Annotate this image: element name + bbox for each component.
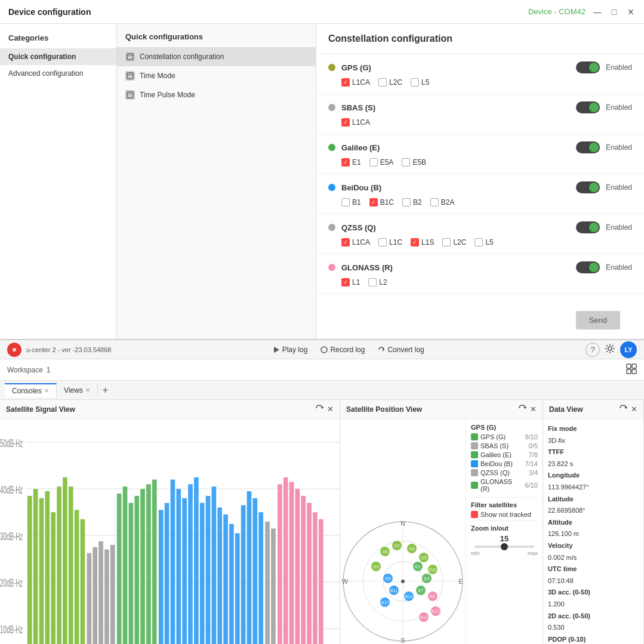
svg-rect-48 [152,480,157,644]
close-button[interactable]: ✕ [626,7,636,17]
svg-rect-34 [69,486,73,644]
zoom-section: Zoom in/out 15 min max [471,520,538,556]
sidebar-item-advanced-config[interactable]: Advanced configuration [0,65,116,82]
galileo-e5a-checkbox[interactable] [369,158,378,167]
qzss-l1s-checkbox[interactable] [411,238,419,246]
tab-views[interactable]: Views ✕ [57,384,98,397]
svg-rect-40 [104,550,109,644]
svg-rect-64 [247,491,252,644]
galileo-e1: E1 [341,158,361,167]
svg-rect-35 [75,510,79,644]
minimize-button[interactable]: — [593,7,602,17]
qzss-l5-checkbox[interactable] [474,238,483,246]
beidou-b2a-checkbox[interactable] [430,198,439,207]
send-button[interactable]: Send [576,311,620,329]
constellation-qzss: QZSS (Q) Enabled L1CA L1C [316,214,644,254]
gps-toggle[interactable] [576,61,600,73]
galileo-toggle[interactable] [576,141,600,153]
gnss-glonass-check[interactable] [471,482,478,489]
tab-consoles-close[interactable]: ✕ [44,387,49,394]
sbas-l1ca-checkbox[interactable] [341,118,350,127]
position-view-header: Satellite Position View ✕ [340,400,543,419]
gnss-beidou-check[interactable] [471,460,478,467]
svg-text:S: S [400,637,405,644]
beidou-b2-checkbox[interactable] [402,198,411,207]
data-view-panel: Data View ✕ Fix mode 3D-fix TTFF 23.822 … [543,400,644,644]
gnss-gps-check[interactable] [471,433,478,440]
data-close-button[interactable]: ✕ [631,405,637,414]
gnss-galileo-check[interactable] [471,451,478,458]
maximize-button[interactable]: □ [609,7,619,17]
tab-consoles[interactable]: Consoles ✕ [5,383,57,398]
filter-show-not-tracked-check[interactable] [471,511,478,518]
qzss-dot [328,224,335,231]
data-vel-label: Velocity [548,541,639,551]
svg-rect-33 [63,477,67,644]
convert-log-button[interactable]: Convert log [373,344,429,356]
data-refresh-button[interactable] [619,404,627,414]
sbas-toggle[interactable] [576,101,600,113]
config-item-time-pulse[interactable]: Time Pulse Mode [117,85,316,104]
signal-refresh-button[interactable] [315,404,323,414]
workspace-icon-button[interactable] [626,363,637,376]
glonass-l2-checkbox[interactable] [368,278,377,286]
gps-l2c-checkbox[interactable] [378,78,387,87]
tab-add-button[interactable]: + [98,383,113,398]
zoom-bar[interactable] [474,546,534,548]
qzss-l2c-checkbox[interactable] [442,238,451,246]
galileo-dot [328,144,335,151]
qzss-toggle[interactable] [576,221,600,233]
svg-rect-2 [127,73,133,79]
help-button[interactable]: ? [586,343,600,357]
beidou-b1-checkbox[interactable] [341,198,350,207]
position-content: N S W E G5 G7 G8 G9 G10 G3 E1 [340,419,543,644]
data-lon-value: 113.9964427° [548,482,639,493]
workspace-num: 1 [47,366,51,374]
sidebar-item-quick-config[interactable]: Quick configuration [0,48,116,65]
glonass-l1-checkbox[interactable] [341,278,350,286]
position-close-button[interactable]: ✕ [530,405,537,414]
qzss-enabled-label: Enabled [606,223,632,232]
svg-rect-62 [235,533,240,644]
gps-name: GPS (G) [341,63,570,72]
position-refresh-button[interactable] [518,404,526,414]
play-log-button[interactable]: Play log [268,344,313,356]
svg-text:E1: E1 [415,565,421,569]
avatar-button[interactable]: LY [620,341,637,358]
data-alt-value: 126.100 m [548,529,639,540]
gps-l5-checkbox[interactable] [411,78,419,87]
title-bar-controls: Device - COM42 — □ ✕ [528,7,636,17]
svg-rect-60 [223,514,228,644]
gps-l5: L5 [411,78,429,87]
gps-l1ca-checkbox[interactable] [341,78,350,87]
svg-text:20dB-Hz: 20dB-Hz [0,577,23,589]
beidou-b1c-checkbox[interactable] [369,198,378,207]
config-item-time-mode[interactable]: Time Mode [117,66,316,85]
constellation-config-panel: Constellation configuration GPS (G) Enab… [316,24,644,339]
gnss-qzss-check[interactable] [471,469,478,476]
signal-view-panel: Satellite Signal View ✕ [0,400,340,644]
gnss-constellation-section: GPS (G) GPS (G) 9/10 SBAS (S) 0/5 [471,424,538,492]
galileo-e5b-checkbox[interactable] [402,158,410,167]
gnss-galileo-item: Galileo (E) 7/8 [471,451,538,458]
tab-views-close[interactable]: ✕ [85,387,90,393]
qzss-l1c-checkbox[interactable] [378,238,387,246]
galileo-e1-checkbox[interactable] [341,158,350,167]
signal-view-title: Satellite Signal View [6,405,75,414]
svg-rect-59 [217,507,222,644]
gnss-constellation-title: GPS (G) [471,424,538,431]
settings-button[interactable] [605,343,615,356]
zoom-thumb[interactable] [501,543,508,550]
qzss-l1ca-checkbox[interactable] [341,238,350,246]
gnss-sbas-check[interactable] [471,442,478,449]
signal-view-header: Satellite Signal View ✕ [0,400,340,419]
glonass-toggle[interactable] [576,261,600,273]
config-item-constellation[interactable]: Constellation configuration [117,47,316,66]
signal-chart-area: 50dB-Hz 40dB-Hz 30dB-Hz 20dB-Hz 10dB-Hz … [0,419,340,644]
svg-rect-38 [93,547,97,644]
signal-close-button[interactable]: ✕ [327,405,334,414]
svg-rect-54 [188,484,193,644]
beidou-toggle[interactable] [576,181,600,193]
sbas-name: SBAS (S) [341,103,570,112]
record-log-button[interactable]: Record log [316,344,369,356]
